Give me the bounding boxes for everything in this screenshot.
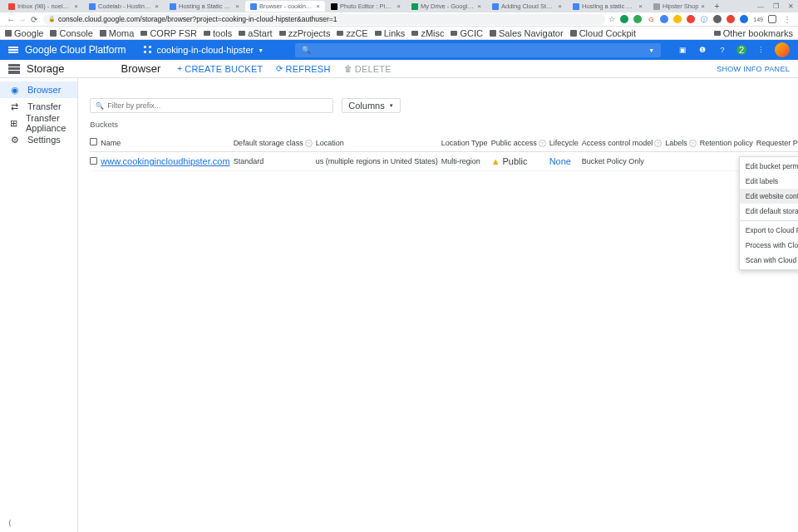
ext-icon-6[interactable] (687, 15, 695, 23)
ext-icon-9[interactable] (727, 15, 735, 23)
bookmark-item[interactable]: zzCE (337, 28, 367, 38)
ext-icon-4[interactable] (660, 15, 668, 23)
help-icon[interactable]: ? (689, 140, 697, 147)
account-avatar[interactable] (775, 42, 790, 57)
search-bar[interactable]: 🔍 ▼ (295, 43, 661, 57)
new-tab-button[interactable]: + (711, 2, 723, 11)
create-bucket-button[interactable]: + CREATE BUCKET (177, 64, 263, 74)
help-icon[interactable]: ? (654, 140, 662, 147)
select-all-checkbox[interactable] (90, 138, 97, 145)
cloud-shell-button[interactable]: ▣ (677, 44, 688, 56)
menu-item[interactable]: Export to Cloud Pub/Sub (740, 223, 798, 238)
project-selector[interactable]: cooking-in-cloud-hipster ▼ (137, 42, 270, 57)
ext-icon-11[interactable] (768, 15, 776, 23)
docs-button[interactable]: ? (717, 44, 728, 56)
tab-close-button[interactable]: × (235, 2, 239, 10)
tab-close-button[interactable]: × (397, 2, 401, 10)
star-icon[interactable]: ☆ (608, 15, 615, 23)
filter-input[interactable]: 🔍 (90, 98, 333, 113)
menu-item[interactable]: Process with Cloud Functions (740, 238, 798, 253)
column-header[interactable]: Location (316, 134, 441, 152)
column-header[interactable]: Retention policy (700, 134, 756, 152)
bookmark-item[interactable]: CORP FSR (140, 28, 197, 38)
ext-icon-1[interactable] (620, 15, 628, 23)
bookmark-item[interactable]: tools (204, 28, 232, 38)
help-icon[interactable]: ? (539, 140, 546, 147)
delete-button[interactable]: 🗑 DELETE (344, 64, 392, 74)
column-header[interactable]: Access control model? (582, 134, 666, 152)
browser-tab[interactable]: Codelab - Hosting a Stat× (84, 1, 164, 12)
bookmark-item[interactable]: Cloud Cockpit (570, 28, 636, 38)
column-header[interactable]: Labels? (665, 134, 700, 152)
bucket-name-link[interactable]: www.cookingincloudhipster.com (101, 156, 229, 166)
ext-icon-3[interactable]: G (647, 15, 655, 23)
menu-item[interactable]: Scan with Cloud Data Loss Prevention (740, 253, 798, 268)
sidebar-item-transfer[interactable]: ⇄Transfer (0, 98, 77, 115)
column-header[interactable]: Default storage class? (234, 134, 316, 152)
notifications-button[interactable]: 2 (736, 45, 746, 55)
ext-icon-7[interactable]: ⓘ (700, 15, 708, 23)
other-bookmarks[interactable]: Other bookmarks (714, 28, 793, 38)
tab-close-button[interactable]: × (74, 2, 78, 10)
reload-button[interactable]: ⟳ (28, 15, 40, 24)
column-header[interactable]: Public access? (491, 134, 549, 152)
forward-button[interactable]: → (17, 15, 28, 24)
bookmark-item[interactable]: Links (375, 28, 406, 38)
sidebar-item-browser[interactable]: ◉Browser (0, 81, 77, 98)
help-button[interactable]: ❶ (697, 44, 708, 56)
bookmark-item[interactable]: Google (5, 28, 43, 38)
sidebar-item-settings[interactable]: ⚙Settings (0, 131, 77, 148)
browser-tab[interactable]: My Drive - Google Drive× (406, 1, 486, 12)
ext-icon-8[interactable] (713, 15, 722, 23)
browser-tab[interactable]: Hosting a static website× (568, 1, 648, 12)
tab-close-button[interactable]: × (638, 2, 643, 10)
columns-button[interactable]: Columns ▼ (342, 98, 400, 113)
filter-field[interactable] (107, 101, 328, 110)
tab-close-button[interactable]: × (701, 2, 705, 10)
refresh-button[interactable]: ⟳ REFRESH (276, 64, 330, 74)
settings-menu-button[interactable]: ⋮ (755, 44, 766, 56)
tab-close-button[interactable]: × (558, 2, 562, 10)
browser-tab[interactable]: Hosting a Static Website× (165, 1, 244, 12)
bookmark-item[interactable]: Moma (100, 28, 135, 38)
minimize-button[interactable]: — (753, 2, 768, 10)
maximize-button[interactable]: ❐ (768, 2, 783, 10)
menu-item[interactable]: Edit bucket permissions (740, 159, 798, 174)
browser-tab[interactable]: Adding Cloud Storage bu× (487, 1, 567, 12)
browser-tab[interactable]: Photo Editor : Pixlr X - fr× (326, 1, 406, 12)
ext-icon-10[interactable] (740, 15, 748, 23)
bookmark-item[interactable]: Console (50, 28, 92, 38)
browser-menu-button[interactable]: ⋮ (781, 15, 793, 24)
gcp-logo[interactable]: Google Cloud Platform (25, 44, 126, 56)
collapse-sidebar-button[interactable]: ⟨ (8, 519, 12, 527)
column-header[interactable]: Name (101, 134, 233, 152)
column-header[interactable]: Lifecycle (549, 134, 582, 152)
help-icon[interactable]: ? (305, 140, 313, 147)
menu-item[interactable]: Edit default storage class (740, 204, 798, 219)
sidebar-item-transfer-appliance[interactable]: ⊞Transfer Appliance (0, 115, 77, 131)
ext-icon-5[interactable] (673, 15, 682, 23)
tab-close-button[interactable]: × (477, 2, 481, 10)
browser-tab[interactable]: Hipster Shop× (648, 1, 710, 12)
browser-tab[interactable]: Inbox (98) - noelwclarke× (3, 1, 83, 12)
ext-icon-2[interactable] (633, 15, 642, 23)
browser-tab[interactable]: Browser - cooking-in-clo× (245, 1, 325, 12)
column-header[interactable]: Location Type (441, 134, 491, 152)
bookmark-item[interactable]: zzProjects (279, 28, 331, 38)
tab-close-button[interactable]: × (316, 2, 320, 10)
table-row[interactable]: www.cookingincloudhipster.com Standard u… (90, 152, 798, 171)
tab-close-button[interactable]: × (155, 2, 159, 10)
bookmark-item[interactable]: aStart (239, 28, 272, 38)
back-button[interactable]: ← (5, 15, 17, 24)
bookmark-item[interactable]: zMisc (411, 28, 444, 38)
nav-menu-button[interactable] (8, 46, 18, 55)
column-header[interactable]: Requester Pays? (756, 134, 798, 152)
url-field[interactable]: 🔒 console.cloud.google.com/storage/brows… (43, 14, 605, 25)
bookmark-item[interactable]: GCIC (451, 28, 483, 38)
bookmark-item[interactable]: Sales Navigator (490, 28, 564, 38)
close-window-button[interactable]: ✕ (783, 2, 798, 10)
lifecycle-link[interactable]: None (549, 156, 571, 166)
menu-item[interactable]: Edit website configuration (740, 189, 798, 204)
row-checkbox[interactable] (90, 157, 97, 165)
show-info-panel-button[interactable]: SHOW INFO PANEL (717, 65, 790, 73)
